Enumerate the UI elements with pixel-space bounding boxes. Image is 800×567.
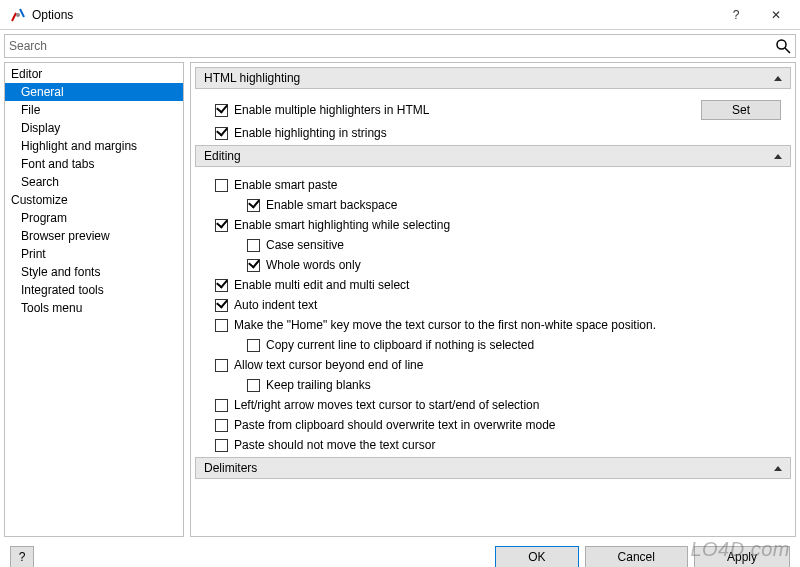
option-label: Enable multiple highlighters in HTML — [234, 103, 429, 117]
option-label: Allow text cursor beyond end of line — [234, 358, 423, 372]
checkbox-left-right-arrow[interactable] — [215, 399, 228, 412]
option-label: Enable smart backspace — [266, 198, 397, 212]
checkbox-home-key[interactable] — [215, 319, 228, 332]
option-label: Enable multi edit and multi select — [234, 278, 409, 292]
collapse-icon — [774, 466, 782, 471]
section-editing[interactable]: Editing — [195, 145, 791, 167]
ok-button[interactable]: OK — [495, 546, 578, 567]
sidebar-item-tools-menu[interactable]: Tools menu — [5, 299, 183, 317]
option-row: Case sensitive — [195, 235, 791, 255]
option-label: Copy current line to clipboard if nothin… — [266, 338, 534, 352]
option-label: Enable highlighting in strings — [234, 126, 387, 140]
section-title: Delimiters — [204, 461, 257, 475]
checkbox-auto-indent[interactable] — [215, 299, 228, 312]
option-row: Auto indent text — [195, 295, 791, 315]
option-row: Whole words only — [195, 255, 791, 275]
content-area: Editor General File Display Highlight an… — [4, 62, 796, 537]
section-html-highlighting[interactable]: HTML highlighting — [195, 67, 791, 89]
option-row: Copy current line to clipboard if nothin… — [195, 335, 791, 355]
sidebar-group-customize: Customize — [5, 191, 183, 209]
collapse-icon — [774, 154, 782, 159]
section-title: Editing — [204, 149, 241, 163]
title-bar: Options ? ✕ — [0, 0, 800, 30]
option-row: Paste from clipboard should overwrite te… — [195, 415, 791, 435]
main-panel: HTML highlighting Enable multiple highli… — [190, 62, 796, 537]
section-delimiters[interactable]: Delimiters — [195, 457, 791, 479]
checkbox-enable-smart-paste[interactable] — [215, 179, 228, 192]
option-label: Enable smart highlighting while selectin… — [234, 218, 450, 232]
option-row: Paste should not move the text cursor — [195, 435, 791, 455]
checkbox-enable-multi-edit[interactable] — [215, 279, 228, 292]
option-label: Whole words only — [266, 258, 361, 272]
apply-button[interactable]: Apply — [694, 546, 790, 567]
option-row: Allow text cursor beyond end of line — [195, 355, 791, 375]
option-row: Enable smart backspace — [195, 195, 791, 215]
svg-point-1 — [777, 40, 786, 49]
option-label: Paste from clipboard should overwrite te… — [234, 418, 555, 432]
svg-point-0 — [16, 13, 20, 17]
sidebar-item-search[interactable]: Search — [5, 173, 183, 191]
option-label: Enable smart paste — [234, 178, 337, 192]
checkbox-cursor-beyond-eol[interactable] — [215, 359, 228, 372]
checkbox-paste-no-move-cursor[interactable] — [215, 439, 228, 452]
option-row: Enable highlighting in strings — [195, 123, 791, 143]
set-button[interactable]: Set — [701, 100, 781, 120]
option-row: Enable smart paste — [195, 175, 791, 195]
option-label: Case sensitive — [266, 238, 344, 252]
sidebar-item-display[interactable]: Display — [5, 119, 183, 137]
sidebar-item-general[interactable]: General — [5, 83, 183, 101]
option-label: Left/right arrow moves text cursor to st… — [234, 398, 539, 412]
search-icon[interactable] — [775, 38, 791, 54]
option-row: Enable multi edit and multi select — [195, 275, 791, 295]
option-label: Keep trailing blanks — [266, 378, 371, 392]
option-row: Make the "Home" key move the text cursor… — [195, 315, 791, 335]
svg-line-2 — [785, 48, 790, 53]
sidebar-item-style-fonts[interactable]: Style and fonts — [5, 263, 183, 281]
option-row: Keep trailing blanks — [195, 375, 791, 395]
sidebar-item-highlight-margins[interactable]: Highlight and margins — [5, 137, 183, 155]
search-input[interactable] — [9, 39, 775, 53]
checkbox-enable-smart-highlighting[interactable] — [215, 219, 228, 232]
checkbox-keep-trailing-blanks[interactable] — [247, 379, 260, 392]
footer: ? OK Cancel Apply — [0, 541, 800, 567]
section-title: HTML highlighting — [204, 71, 300, 85]
sidebar-item-file[interactable]: File — [5, 101, 183, 119]
sidebar-item-print[interactable]: Print — [5, 245, 183, 263]
option-label: Auto indent text — [234, 298, 317, 312]
checkbox-enable-highlighting-strings[interactable] — [215, 127, 228, 140]
option-label: Paste should not move the text cursor — [234, 438, 435, 452]
sidebar-item-program[interactable]: Program — [5, 209, 183, 227]
option-row: Enable smart highlighting while selectin… — [195, 215, 791, 235]
sidebar-group-editor: Editor — [5, 65, 183, 83]
cancel-button[interactable]: Cancel — [585, 546, 688, 567]
sidebar-item-integrated-tools[interactable]: Integrated tools — [5, 281, 183, 299]
sidebar-item-font-tabs[interactable]: Font and tabs — [5, 155, 183, 173]
close-button[interactable]: ✕ — [756, 1, 796, 29]
option-row: Left/right arrow moves text cursor to st… — [195, 395, 791, 415]
sidebar: Editor General File Display Highlight an… — [4, 62, 184, 537]
window-title: Options — [32, 8, 716, 22]
checkbox-enable-multiple-highlighters[interactable] — [215, 104, 228, 117]
checkbox-whole-words-only[interactable] — [247, 259, 260, 272]
app-icon — [10, 7, 26, 23]
option-row: Enable multiple highlighters in HTML Set — [195, 97, 791, 123]
search-bar — [4, 34, 796, 58]
help-footer-button[interactable]: ? — [10, 546, 34, 567]
checkbox-enable-smart-backspace[interactable] — [247, 199, 260, 212]
checkbox-case-sensitive[interactable] — [247, 239, 260, 252]
collapse-icon — [774, 76, 782, 81]
help-button[interactable]: ? — [716, 1, 756, 29]
sidebar-item-browser-preview[interactable]: Browser preview — [5, 227, 183, 245]
checkbox-paste-overwrite[interactable] — [215, 419, 228, 432]
checkbox-copy-current-line[interactable] — [247, 339, 260, 352]
option-label: Make the "Home" key move the text cursor… — [234, 318, 656, 332]
